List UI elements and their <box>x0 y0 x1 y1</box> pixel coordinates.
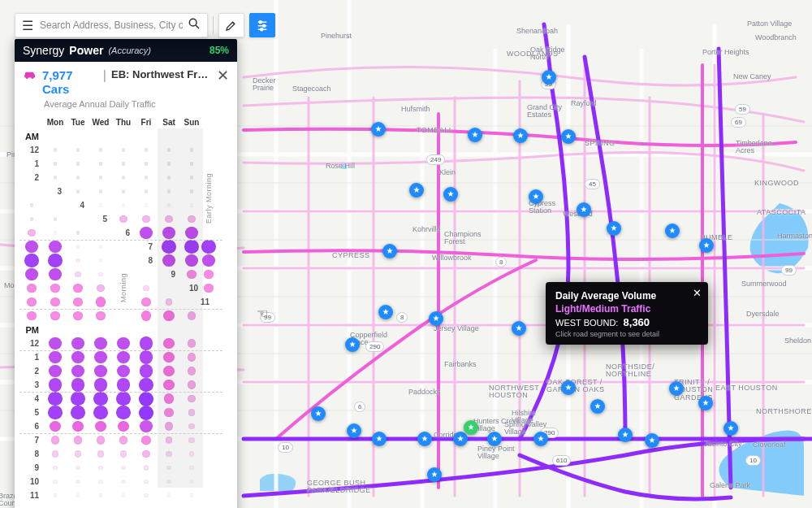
traffic-dot[interactable] <box>50 311 60 321</box>
poi-marker[interactable] <box>698 396 713 410</box>
traffic-dot[interactable] <box>30 203 33 206</box>
traffic-dot[interactable] <box>122 176 125 179</box>
traffic-dot[interactable] <box>166 466 171 471</box>
tooltip-close-button[interactable]: ✕ <box>693 287 702 299</box>
traffic-dot[interactable] <box>27 297 37 307</box>
traffic-dot[interactable] <box>25 241 38 254</box>
poi-marker[interactable] <box>533 432 548 446</box>
traffic-dot[interactable] <box>118 421 129 432</box>
traffic-dot[interactable] <box>144 465 149 471</box>
traffic-dot[interactable] <box>54 493 58 497</box>
traffic-dot[interactable] <box>190 176 193 179</box>
traffic-dot[interactable] <box>202 254 215 267</box>
traffic-dot[interactable] <box>190 162 193 165</box>
traffic-dot[interactable] <box>145 148 148 151</box>
traffic-dot[interactable] <box>145 203 149 207</box>
traffic-dot[interactable] <box>54 162 57 165</box>
traffic-dot[interactable] <box>117 378 131 392</box>
poi-marker[interactable] <box>529 189 543 204</box>
poi-marker[interactable] <box>669 381 684 396</box>
traffic-dot[interactable] <box>122 148 125 151</box>
traffic-dot[interactable] <box>166 298 173 306</box>
traffic-dot[interactable] <box>139 392 153 406</box>
traffic-dot[interactable] <box>76 189 80 193</box>
traffic-dot[interactable] <box>25 268 38 281</box>
traffic-dot[interactable] <box>71 378 85 392</box>
traffic-dot[interactable] <box>201 240 215 254</box>
traffic-dot[interactable] <box>164 393 174 403</box>
traffic-dot[interactable] <box>120 450 127 457</box>
traffic-dot[interactable] <box>204 284 214 293</box>
poi-marker[interactable] <box>453 432 468 446</box>
traffic-dot[interactable] <box>116 406 130 419</box>
traffic-dot[interactable] <box>76 258 80 263</box>
traffic-dot[interactable] <box>30 217 33 220</box>
traffic-dot[interactable] <box>99 148 102 151</box>
traffic-dot[interactable] <box>165 422 173 430</box>
poi-marker[interactable] <box>590 399 605 414</box>
traffic-dot[interactable] <box>122 203 126 207</box>
traffic-dot[interactable] <box>189 466 193 470</box>
traffic-dot[interactable] <box>122 162 125 165</box>
poi-marker[interactable] <box>429 311 443 326</box>
traffic-dot[interactable] <box>50 284 60 293</box>
traffic-dot[interactable] <box>117 365 130 378</box>
traffic-dot[interactable] <box>185 227 198 240</box>
traffic-dot[interactable] <box>139 406 153 420</box>
traffic-dot[interactable] <box>98 272 103 277</box>
traffic-dot[interactable] <box>189 451 194 456</box>
traffic-dot[interactable] <box>117 337 130 350</box>
traffic-dot[interactable] <box>94 337 107 350</box>
traffic-dot[interactable] <box>97 284 105 293</box>
traffic-dot[interactable] <box>24 254 38 267</box>
traffic-dot[interactable] <box>184 240 198 254</box>
traffic-dot[interactable] <box>188 215 196 224</box>
traffic-dot[interactable] <box>190 189 193 193</box>
traffic-dot[interactable] <box>188 339 196 347</box>
traffic-dot[interactable] <box>48 254 62 267</box>
traffic-dot[interactable] <box>163 310 174 321</box>
poi-marker[interactable] <box>372 432 387 446</box>
traffic-dot[interactable] <box>54 231 58 235</box>
traffic-dot[interactable] <box>116 392 130 406</box>
traffic-dot[interactable] <box>53 466 58 471</box>
menu-icon[interactable]: ☰ <box>20 18 35 33</box>
poi-marker[interactable] <box>382 244 397 258</box>
traffic-dot[interactable] <box>145 162 148 165</box>
poi-marker[interactable] <box>512 321 526 336</box>
traffic-dot[interactable] <box>73 297 83 307</box>
traffic-dot[interactable] <box>162 254 175 267</box>
search-icon[interactable] <box>188 17 202 33</box>
traffic-dot[interactable] <box>73 284 83 293</box>
traffic-dot[interactable] <box>93 392 107 406</box>
traffic-dot[interactable] <box>141 436 151 445</box>
traffic-dot[interactable] <box>188 367 196 375</box>
traffic-dot[interactable] <box>54 176 57 179</box>
traffic-dot[interactable] <box>71 365 84 378</box>
traffic-dot[interactable] <box>188 380 196 389</box>
traffic-dot[interactable] <box>163 380 174 390</box>
traffic-dot[interactable] <box>54 148 57 151</box>
traffic-dot[interactable] <box>188 311 196 319</box>
poi-marker[interactable] <box>417 432 432 446</box>
poi-marker[interactable] <box>409 183 424 198</box>
traffic-dot[interactable] <box>162 240 175 254</box>
traffic-dot[interactable] <box>145 189 148 193</box>
traffic-dot[interactable] <box>73 311 83 321</box>
traffic-dot[interactable] <box>163 366 174 376</box>
traffic-dot[interactable] <box>28 229 36 237</box>
traffic-dot[interactable] <box>97 436 105 444</box>
traffic-dot[interactable] <box>185 254 198 267</box>
traffic-dot[interactable] <box>50 297 60 307</box>
traffic-dot[interactable] <box>190 493 194 497</box>
traffic-dot[interactable] <box>76 466 80 471</box>
poi-marker[interactable] <box>311 406 326 421</box>
traffic-dot[interactable] <box>140 336 153 350</box>
poi-marker[interactable] <box>607 221 621 236</box>
traffic-dot[interactable] <box>99 258 103 263</box>
traffic-dot[interactable] <box>49 365 62 378</box>
poi-marker[interactable] <box>347 423 361 438</box>
traffic-dot[interactable] <box>144 480 149 484</box>
traffic-dot[interactable] <box>49 378 63 392</box>
traffic-dot[interactable] <box>142 215 150 224</box>
